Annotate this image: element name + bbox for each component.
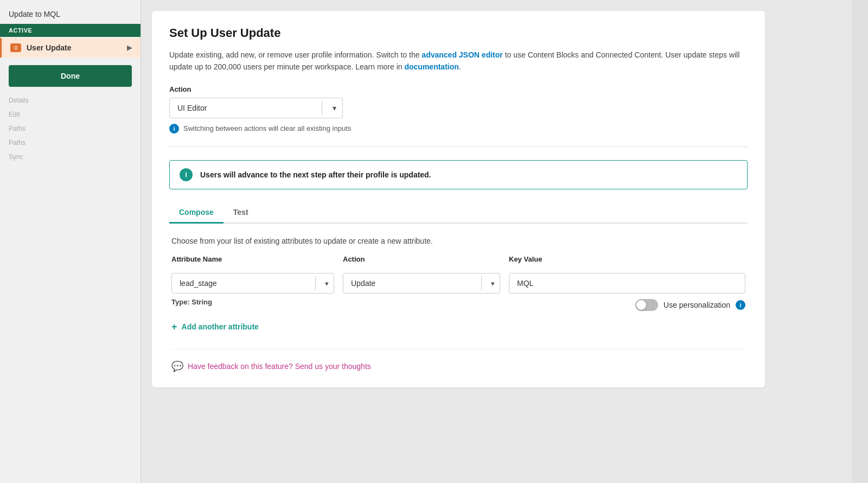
description: Update existing, add new, or remove user…: [169, 49, 748, 73]
tab-test[interactable]: Test: [224, 202, 258, 224]
use-personalization-label: Use personalization: [663, 301, 730, 309]
key-value-col: Key Value: [509, 255, 745, 268]
sidebar-details-label: Details: [0, 93, 141, 107]
type-label: Type: String: [171, 298, 334, 306]
sidebar-active-badge: ACTIVE: [0, 24, 141, 37]
sidebar-title: Update to MQL: [0, 4, 141, 24]
action-select-wrapper: UI Editor JSON Editor ▾: [169, 98, 343, 118]
info-banner-text: Users will advance to the next step afte…: [200, 170, 431, 179]
info-banner: i Users will advance to the next step af…: [169, 160, 748, 189]
setup-card: Set Up User Update Update existing, add …: [152, 11, 765, 387]
attribute-name-col: Attribute Name: [171, 255, 334, 268]
sidebar: Update to MQL ACTIVE User Update ▶ Done …: [0, 0, 141, 483]
key-value-input-col: Use personalization i: [509, 273, 745, 311]
tab-compose[interactable]: Compose: [169, 202, 224, 224]
feedback-icon: 💬: [171, 360, 183, 372]
sidebar-paths-label: Paths: [0, 122, 141, 136]
feedback-link-text: Have feedback on this feature? Send us y…: [188, 362, 371, 371]
right-panel: [852, 0, 868, 483]
done-button[interactable]: Done: [9, 65, 132, 87]
switch-warning: i Switching between actions will clear a…: [169, 124, 748, 134]
action-row-select[interactable]: Update Set Remove: [343, 273, 500, 294]
sidebar-step-arrow: ▶: [127, 44, 132, 52]
sidebar-step-label: User Update: [27, 43, 71, 52]
documentation-link[interactable]: documentation: [404, 62, 458, 71]
action-input-col: Update Set Remove ▾: [343, 273, 500, 294]
compose-section: Choose from your list of existing attrib…: [169, 237, 748, 372]
type-value: String: [192, 298, 212, 306]
attribute-name-select[interactable]: lead_stage: [171, 273, 334, 294]
compose-description: Choose from your list of existing attrib…: [171, 237, 745, 245]
key-value-input[interactable]: [509, 273, 745, 294]
action-select-wrapper-row: Update Set Remove ▾: [343, 273, 500, 294]
key-value-label: Key Value: [509, 255, 745, 263]
sidebar-paths2-label: Paths: [0, 136, 141, 150]
personalization-row: Use personalization i: [509, 299, 745, 311]
action-select-divider-line: [481, 276, 482, 290]
action-col: Action: [343, 255, 500, 268]
sidebar-step-user-update[interactable]: User Update ▶: [0, 38, 141, 58]
attribute-name-label: Attribute Name: [171, 255, 334, 263]
attribute-input-row: lead_stage ▾ Type: String Update Se: [171, 273, 745, 311]
personalization-info-icon[interactable]: i: [736, 300, 745, 310]
select-divider-line: [315, 276, 316, 290]
action-label: Action: [169, 85, 748, 93]
attribute-name-input-col: lead_stage ▾ Type: String: [171, 273, 334, 306]
advanced-json-link[interactable]: advanced JSON editor: [422, 50, 502, 59]
page-title: Set Up User Update: [169, 26, 748, 40]
info-banner-icon: i: [180, 168, 193, 181]
action-col-label: Action: [343, 255, 500, 263]
info-icon-small: i: [169, 124, 179, 134]
action-select[interactable]: UI Editor JSON Editor: [169, 98, 343, 118]
add-attribute-label: Add another attribute: [182, 322, 259, 331]
description-text1: Update existing, add new, or remove user…: [169, 50, 422, 59]
sidebar-edit-label: Edit: [0, 107, 141, 122]
feedback-link[interactable]: 💬 Have feedback on this feature? Send us…: [171, 349, 745, 372]
tabs-container: Compose Test: [169, 202, 748, 224]
personalization-toggle[interactable]: [635, 299, 658, 311]
plus-icon: +: [171, 322, 177, 332]
sidebar-sync-label: Sync: [0, 150, 141, 164]
description-end: .: [459, 62, 461, 71]
main-content: Set Up User Update Update existing, add …: [141, 0, 852, 483]
user-update-icon: [10, 43, 21, 52]
attribute-headers-row: Attribute Name Action Key Value: [171, 255, 745, 268]
attribute-name-select-wrapper: lead_stage ▾: [171, 273, 334, 294]
type-label-text: Type:: [171, 298, 190, 306]
action-select-divider: [322, 101, 322, 115]
switch-warning-text: Switching between actions will clear all…: [183, 124, 351, 132]
add-attribute-button[interactable]: + Add another attribute: [171, 317, 259, 336]
divider: [169, 147, 748, 147]
